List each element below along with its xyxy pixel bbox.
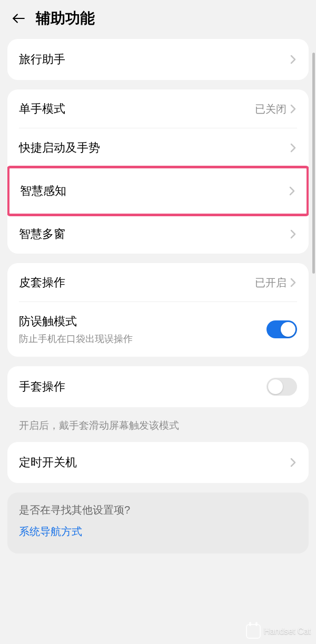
label: 手套操作 (19, 379, 65, 395)
chevron-right-icon (290, 142, 297, 154)
search-other-settings: 是否在寻找其他设置项? 系统导航方式 (7, 492, 309, 554)
content: 旅行助手 单手模式 已关闭 快捷启动及手势 (0, 39, 316, 554)
row-smart-multiwindow[interactable]: 智慧多窗 (7, 215, 309, 254)
group-travel: 旅行助手 (7, 39, 309, 80)
row-scheduled-power[interactable]: 定时开关机 (7, 442, 309, 483)
row-cover-operation[interactable]: 皮套操作 已开启 (7, 263, 309, 302)
label: 旅行助手 (19, 52, 65, 67)
page-title: 辅助功能 (36, 8, 95, 28)
description: 防止手机在口袋出现误操作 (19, 333, 133, 345)
highlight-smart-sense: 智慧感知 (7, 166, 309, 216)
watermark-text: Handset Cat (264, 627, 311, 636)
value: 已开启 (255, 276, 287, 290)
group-glove: 手套操作 (7, 366, 309, 407)
chevron-right-icon (290, 103, 297, 115)
row-glove-operation: 手套操作 (7, 366, 309, 407)
chevron-right-icon (290, 53, 297, 66)
glove-hint: 开启后，戴手套滑动屏幕触发该模式 (7, 417, 309, 442)
value: 已关闭 (255, 102, 287, 116)
row-travel-assistant[interactable]: 旅行助手 (7, 39, 309, 80)
header: 辅助功能 (0, 0, 316, 39)
chevron-right-icon (290, 456, 297, 469)
search-title: 是否在寻找其他设置项? (19, 503, 297, 517)
label: 皮套操作 (19, 275, 65, 290)
row-mistouch-prevention: 防误触模式 防止手机在口袋出现误操作 (7, 302, 309, 357)
chevron-right-icon (289, 185, 296, 197)
arrow-left-icon (12, 12, 25, 25)
chevron-right-icon (290, 276, 297, 289)
chevron-right-icon (290, 228, 297, 240)
label: 单手模式 (19, 101, 65, 117)
label: 智慧感知 (20, 183, 66, 199)
back-button[interactable] (11, 11, 26, 26)
label: 快捷启动及手势 (19, 140, 100, 156)
label: 定时开关机 (19, 455, 77, 470)
row-quick-gestures[interactable]: 快捷启动及手势 (7, 128, 309, 167)
label: 智慧多窗 (19, 226, 65, 242)
toggle-glove[interactable] (266, 378, 297, 396)
row-smart-sense[interactable]: 智慧感知 (9, 168, 307, 214)
group-cover: 皮套操作 已开启 防误触模式 防止手机在口袋出现误操作 (7, 263, 309, 357)
group-schedule: 定时开关机 (7, 442, 309, 483)
group-gestures: 单手模式 已关闭 快捷启动及手势 智慧感知 (7, 89, 309, 254)
label: 防误触模式 (19, 314, 133, 329)
watermark: Handset Cat (246, 624, 311, 639)
scrollbar[interactable] (312, 53, 315, 274)
row-one-hand-mode[interactable]: 单手模式 已关闭 (7, 89, 309, 128)
toggle-mistouch[interactable] (266, 320, 297, 338)
link-system-navigation[interactable]: 系统导航方式 (19, 525, 297, 539)
cat-icon (246, 624, 261, 639)
